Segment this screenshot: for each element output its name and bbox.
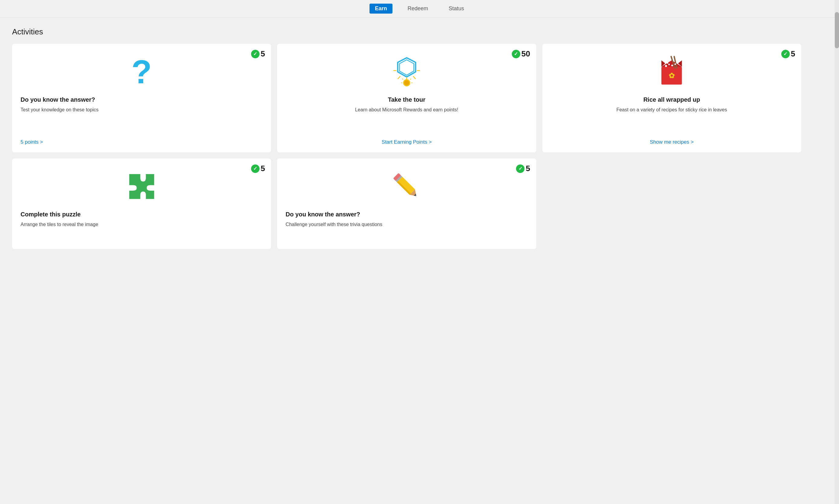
svg-line-10 [410, 79, 411, 80]
svg-line-3 [398, 76, 400, 79]
tab-redeem[interactable]: Redeem [402, 4, 433, 14]
activities-bottom-row: 5 Complete this puzzle Arrange the tiles… [12, 159, 801, 249]
card-trivia[interactable]: 5 [277, 159, 536, 249]
card-trivia-badge: 5 [516, 164, 530, 173]
card-rice-link[interactable]: Show me recipes > [551, 133, 793, 145]
check-icon-3 [781, 50, 790, 58]
svg-marker-0 [398, 58, 415, 77]
medal-icon [390, 55, 423, 88]
card-quiz-icon-area: ? [20, 52, 262, 91]
card-rice[interactable]: 5 ✿ [542, 44, 801, 152]
check-icon-2 [512, 50, 520, 58]
svg-point-8 [404, 80, 409, 85]
card-tour-desc: Learn about Microsoft Rewards and earn p… [286, 106, 528, 133]
card-tour[interactable]: 50 [277, 44, 536, 152]
svg-marker-1 [399, 60, 414, 75]
card-puzzle-desc: Arrange the tiles to reveal the image [20, 221, 262, 242]
card-rice-icon-area: ✿ [551, 52, 793, 91]
tab-status[interactable]: Status [443, 4, 469, 14]
card-tour-link[interactable]: Start Earning Points > [286, 133, 528, 145]
card-trivia-icon-area [286, 167, 528, 206]
svg-line-4 [413, 76, 415, 79]
card-quiz-badge: 5 [251, 49, 265, 58]
svg-point-21 [665, 65, 667, 67]
card-tour-badge: 50 [512, 49, 530, 58]
card-trivia-desc: Challenge yourself with these trivia que… [286, 221, 528, 242]
tab-earn[interactable]: Earn [370, 4, 392, 14]
card-quiz[interactable]: 5 ? Do you know the answer? Test your kn… [12, 44, 271, 152]
pencil-icon [392, 170, 422, 203]
question-mark-icon: ? [132, 55, 152, 88]
check-icon [251, 50, 259, 58]
empty-slot [542, 159, 801, 249]
svg-point-22 [668, 64, 670, 65]
card-puzzle-icon-area [20, 167, 262, 206]
card-quiz-desc: Test your knowledge on these topics [20, 106, 262, 133]
activities-title: Activities [12, 27, 801, 37]
card-quiz-link[interactable]: 5 points > [20, 133, 262, 145]
svg-point-23 [671, 65, 673, 66]
top-navigation: Earn Redeem Status [0, 0, 839, 18]
activities-top-row: 5 ? Do you know the answer? Test your kn… [12, 44, 801, 152]
card-tour-title: Take the tour [286, 96, 528, 103]
svg-text:✿: ✿ [669, 72, 675, 80]
check-icon-5 [516, 164, 525, 173]
svg-point-25 [667, 62, 668, 64]
puzzle-icon [125, 170, 158, 203]
main-content: Activities 5 ? Do you know the answer? T… [0, 18, 816, 259]
card-rice-desc: Feast on a variety of recipes for sticky… [551, 106, 793, 133]
scrollbar-track[interactable] [835, 0, 839, 504]
card-puzzle-badge: 5 [251, 164, 265, 173]
svg-point-24 [675, 64, 676, 65]
card-quiz-title: Do you know the answer? [20, 96, 262, 103]
svg-rect-28 [397, 177, 415, 195]
rice-box-icon: ✿ [655, 55, 688, 88]
card-trivia-title: Do you know the answer? [286, 211, 528, 218]
card-puzzle[interactable]: 5 Complete this puzzle Arrange the tiles… [12, 159, 271, 249]
svg-line-11 [403, 79, 403, 80]
card-tour-icon-area [286, 52, 528, 91]
card-rice-badge: 5 [781, 49, 795, 58]
scrollbar-thumb[interactable] [835, 12, 839, 48]
card-puzzle-title: Complete this puzzle [20, 211, 262, 218]
check-icon-4 [251, 164, 259, 173]
card-rice-title: Rice all wrapped up [551, 96, 793, 103]
